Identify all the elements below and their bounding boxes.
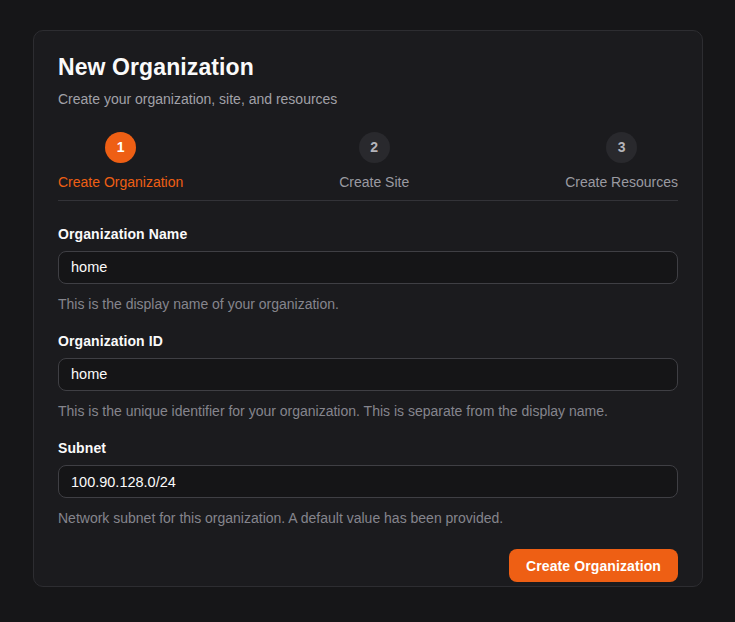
step-label: Create Resources <box>565 174 678 190</box>
organization-name-help: This is the display name of your organiz… <box>58 295 678 313</box>
form-actions: Create Organization <box>58 549 678 582</box>
organization-name-input[interactable] <box>58 251 678 284</box>
field-subnet: Subnet Network subnet for this organizat… <box>58 440 678 527</box>
step-number-badge: 2 <box>359 132 390 163</box>
step-number-badge: 1 <box>105 132 136 163</box>
organization-id-help: This is the unique identifier for your o… <box>58 402 678 420</box>
create-organization-button[interactable]: Create Organization <box>509 549 678 582</box>
organization-id-input[interactable] <box>58 358 678 391</box>
stepper-step-create-resources[interactable]: 3 Create Resources <box>565 132 678 190</box>
step-number-badge: 3 <box>606 132 637 163</box>
organization-form: Organization Name This is the display na… <box>58 226 678 583</box>
page-title: New Organization <box>58 54 678 82</box>
step-label: Create Site <box>339 174 409 190</box>
organization-name-label: Organization Name <box>58 226 678 242</box>
subnet-input[interactable] <box>58 465 678 498</box>
subnet-help: Network subnet for this organization. A … <box>58 509 678 527</box>
step-label: Create Organization <box>58 174 183 190</box>
stepper-step-create-site[interactable]: 2 Create Site <box>339 132 409 190</box>
page-subtitle: Create your organization, site, and reso… <box>58 90 678 108</box>
new-organization-card: New Organization Create your organizatio… <box>33 30 703 587</box>
stepper-step-create-organization[interactable]: 1 Create Organization <box>58 132 183 190</box>
field-organization-id: Organization ID This is the unique ident… <box>58 333 678 420</box>
field-organization-name: Organization Name This is the display na… <box>58 226 678 313</box>
organization-id-label: Organization ID <box>58 333 678 349</box>
wizard-stepper: 1 Create Organization 2 Create Site 3 Cr… <box>58 132 678 201</box>
subnet-label: Subnet <box>58 440 678 456</box>
